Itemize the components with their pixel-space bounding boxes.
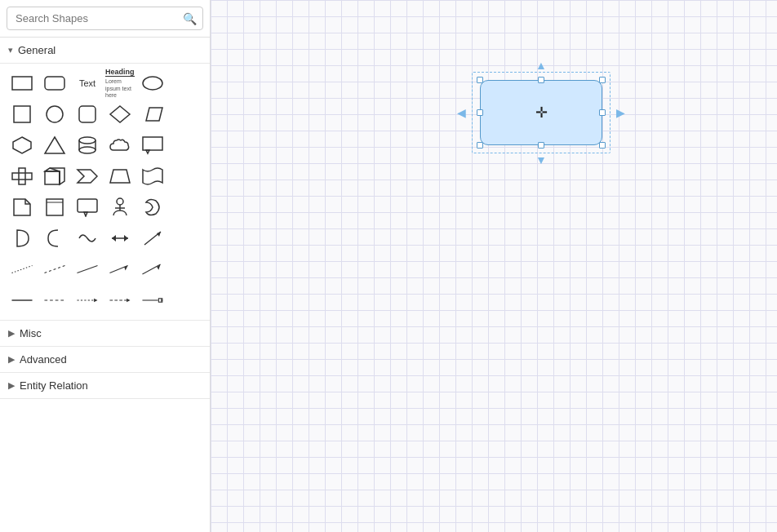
svg-marker-24 — [110, 170, 130, 183]
svg-marker-28 — [84, 212, 87, 216]
handle-top-left[interactable] — [477, 77, 483, 83]
svg-marker-23 — [78, 170, 97, 183]
svg-marker-15 — [146, 150, 149, 153]
svg-point-4 — [47, 106, 63, 122]
shape-parallelogram[interactable] — [137, 100, 168, 129]
svg-point-10 — [79, 137, 95, 144]
shape-rounded-rect[interactable] — [39, 69, 70, 98]
shape-d-shape[interactable] — [7, 224, 38, 253]
svg-line-37 — [11, 266, 32, 273]
arrow-guide-top[interactable]: ▲ — [535, 59, 547, 72]
shape-dashed-line[interactable] — [39, 255, 70, 284]
svg-rect-5 — [79, 106, 95, 122]
shape-square[interactable] — [7, 100, 38, 129]
svg-marker-6 — [110, 106, 130, 122]
svg-rect-18 — [45, 171, 60, 184]
shape-empty5 — [170, 193, 201, 222]
shape-empty — [170, 69, 201, 98]
shape-dashed-connector[interactable] — [39, 286, 70, 315]
svg-point-13 — [79, 147, 95, 153]
shape-arrow-connector[interactable] — [72, 286, 103, 315]
handle-top-right[interactable] — [599, 77, 606, 83]
shape-arrow-line[interactable] — [104, 255, 135, 284]
canvas-grid[interactable]: ✛ ▲ ▼ ◀ ▶ — [211, 0, 777, 532]
shape-solid-connector[interactable] — [7, 286, 38, 315]
svg-rect-17 — [12, 173, 32, 180]
svg-line-42 — [142, 264, 160, 274]
shape-callout[interactable] — [137, 131, 168, 160]
shape-empty4 — [170, 162, 201, 191]
search-input[interactable] — [7, 7, 203, 30]
shape-text[interactable]: Text — [72, 69, 103, 98]
canvas-shape-selected[interactable]: ✛ ▲ ▼ ◀ ▶ — [480, 80, 602, 145]
shape-dotted-line[interactable] — [7, 255, 38, 284]
shape-cube[interactable] — [39, 162, 70, 191]
advanced-label: Advanced — [20, 353, 67, 366]
shape-solid-line[interactable] — [72, 255, 103, 284]
shape-cylinder[interactable] — [72, 131, 103, 160]
advanced-arrow: ▶ — [8, 354, 15, 365]
shape-arrow-diagonal[interactable] — [137, 224, 168, 253]
entity-relation-label: Entity Relation — [20, 379, 88, 392]
shape-selection-box: ✛ ▲ ▼ ◀ ▶ — [480, 80, 602, 145]
canvas-area[interactable]: ✛ ▲ ▼ ◀ ▶ — [211, 0, 777, 532]
arrow-guide-right[interactable]: ▶ — [616, 106, 625, 119]
svg-rect-0 — [12, 77, 32, 90]
svg-marker-8 — [13, 137, 31, 153]
entity-relation-arrow: ▶ — [8, 380, 15, 391]
section-header-entity-relation[interactable]: ▶ Entity Relation — [0, 373, 210, 399]
search-wrapper: 🔍 — [7, 7, 203, 30]
handle-middle-right[interactable] — [599, 109, 606, 116]
shape-cross[interactable] — [7, 162, 38, 191]
arrow-guide-bottom[interactable]: ▼ — [535, 153, 547, 166]
shape-doc2[interactable] — [39, 193, 70, 222]
shape-double-connector[interactable] — [104, 286, 135, 315]
shape-callout2[interactable] — [72, 193, 103, 222]
shape-arrow-right-chevron[interactable] — [72, 162, 103, 191]
shape-wave-flag[interactable] — [137, 162, 168, 191]
shape-connector-special[interactable] — [137, 286, 168, 315]
section-header-general[interactable]: ▾ General — [0, 38, 210, 64]
shape-squiggle[interactable] — [72, 224, 103, 253]
svg-line-39 — [77, 266, 97, 273]
svg-rect-14 — [143, 137, 162, 150]
svg-marker-49 — [127, 299, 130, 302]
shape-arrow-up-line[interactable] — [137, 255, 168, 284]
svg-marker-47 — [94, 299, 97, 302]
svg-marker-33 — [112, 235, 116, 242]
handle-top-middle[interactable] — [538, 77, 544, 83]
shape-heading[interactable]: Heading Lorem ipsum text here — [104, 69, 135, 98]
shape-diamond[interactable] — [104, 100, 135, 129]
svg-marker-9 — [45, 137, 64, 153]
svg-rect-3 — [14, 106, 30, 122]
misc-label: Misc — [20, 327, 42, 339]
move-cursor-icon[interactable]: ✛ — [535, 104, 548, 122]
shape-hexagon[interactable] — [7, 131, 38, 160]
sidebar: 🔍 ▾ General Text Heading Lorem ipsum tex… — [0, 0, 211, 532]
handle-bottom-left[interactable] — [477, 142, 483, 149]
section-header-misc[interactable]: ▶ Misc — [0, 321, 210, 347]
shape-triangle[interactable] — [39, 131, 70, 160]
shape-rectangle[interactable] — [7, 69, 38, 98]
handle-bottom-middle[interactable] — [538, 142, 544, 149]
shape-circle[interactable] — [39, 100, 70, 129]
shape-cloud[interactable] — [104, 131, 135, 160]
shape-ellipse[interactable] — [137, 69, 168, 98]
shape-double-arrow[interactable] — [104, 224, 135, 253]
shape-trapezoid[interactable] — [104, 162, 135, 191]
search-bar: 🔍 — [0, 0, 210, 38]
shape-rounded-square[interactable] — [72, 100, 103, 129]
arrow-guide-left[interactable]: ◀ — [457, 106, 466, 119]
svg-rect-1 — [45, 77, 64, 90]
shape-doc[interactable] — [7, 193, 38, 222]
shape-empty8 — [170, 286, 201, 315]
shape-bracket[interactable] — [39, 224, 70, 253]
svg-marker-19 — [45, 168, 64, 184]
shape-person[interactable] — [104, 193, 135, 222]
shape-empty7 — [170, 255, 201, 284]
handle-bottom-right[interactable] — [599, 142, 606, 149]
section-header-advanced[interactable]: ▶ Advanced — [0, 347, 210, 373]
handle-middle-left[interactable] — [477, 109, 483, 116]
shape-crescent[interactable] — [137, 193, 168, 222]
shape-empty3 — [170, 131, 201, 160]
